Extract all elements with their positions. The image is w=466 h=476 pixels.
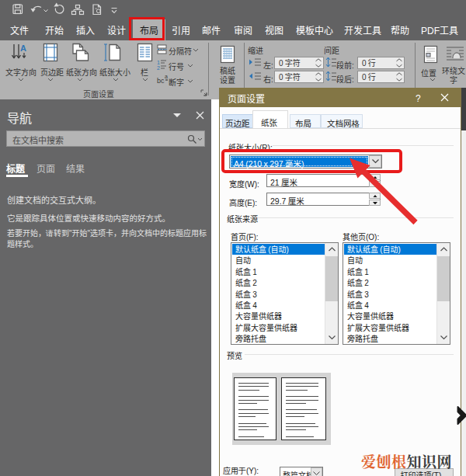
svg-text:A: A bbox=[20, 43, 26, 53]
svg-text:bc: bc bbox=[157, 77, 165, 85]
svg-text:1: 1 bbox=[157, 60, 160, 65]
svg-text:a: a bbox=[165, 75, 168, 79]
svg-text:2: 2 bbox=[157, 65, 160, 70]
